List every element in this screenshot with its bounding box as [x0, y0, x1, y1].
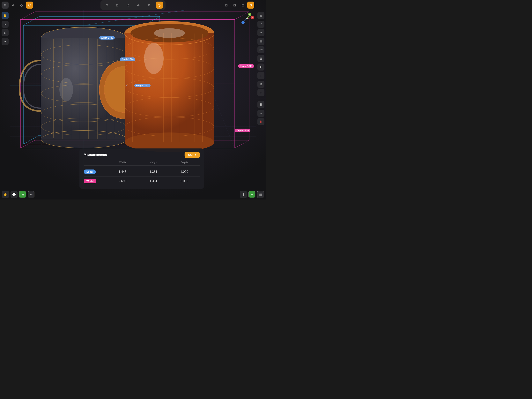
pivot-btn[interactable]: ⊕ [10, 1, 17, 9]
delete-btn[interactable]: 🗑 [257, 118, 265, 125]
svg-text:X: X [252, 17, 253, 19]
toolbar-right: ◻ ◻ ◻ ⚙ [223, 1, 254, 9]
add-green-btn[interactable]: ▤ [19, 191, 26, 198]
svg-text:Y: Y [249, 13, 250, 15]
overlay-btn[interactable]: ◻ [257, 72, 265, 79]
panel-split-btn[interactable]: ▤ [257, 191, 264, 198]
plus-green-btn[interactable]: ＋ [248, 191, 255, 198]
svg-point-76 [126, 85, 127, 86]
grid-layout-btn[interactable]: ⊞ [1, 1, 9, 9]
svg-point-37 [41, 130, 127, 148]
world-badge-cell: World [84, 179, 107, 183]
viewport-shading-btn[interactable]: 👁 [257, 64, 265, 71]
view-solid-btn[interactable]: ◻ [223, 1, 230, 9]
svg-point-86 [246, 18, 248, 19]
number-btn[interactable]: № [257, 46, 265, 53]
height-measure-label-outer: Height 1.381 [238, 64, 254, 68]
object-type-btn[interactable]: ⬡ [26, 1, 33, 9]
share-btn[interactable]: ⬆ [240, 191, 247, 198]
view-wire-btn[interactable]: ◻ [231, 1, 238, 9]
svg-point-74 [144, 43, 164, 74]
add-icon: ▤ [21, 193, 24, 196]
copy-button[interactable]: COPY [185, 152, 200, 158]
depth-measure-label: Depth 1.000 [120, 58, 135, 61]
plus-icon: ＋ [250, 192, 254, 197]
depth-measure-label-2: Depth 2.036 [235, 129, 250, 132]
transform-btn[interactable]: ◇ [18, 1, 25, 9]
bone-tool[interactable]: ✦ [1, 38, 9, 45]
local-badge: Local [84, 169, 96, 174]
bottom-left-tools: ✋ 💬 ▤ ↩ [2, 191, 35, 198]
loop-tool-btn[interactable]: ⊕ [135, 1, 142, 9]
svg-point-75 [154, 28, 185, 38]
svg-text:Z: Z [242, 22, 243, 24]
undo-btn[interactable]: ↩ [28, 191, 35, 198]
select2-btn[interactable]: ⊗ [145, 1, 152, 9]
bottom-right-tools: ⬆ ＋ ▤ [240, 191, 264, 198]
panel-title: Measurements [84, 153, 107, 157]
home-btn[interactable]: ⌂ [257, 12, 265, 19]
left-sidebar: ✋ ✦ ⊕ ✦ [0, 10, 10, 200]
local-depth-value: 1.000 [169, 170, 200, 174]
poly-tool-btn[interactable]: ◁ [124, 1, 131, 9]
local-badge-cell: Local [84, 169, 107, 174]
svg-rect-55 [125, 33, 214, 142]
world-badge: World [84, 179, 96, 183]
speech-btn[interactable]: 💬 [11, 191, 18, 198]
snapping-btn[interactable]: ⊞ [257, 55, 265, 62]
world-height-value: 1.381 [138, 180, 169, 183]
table-row-world: World 2.690 1.381 2.036 [84, 177, 200, 185]
local-height-value: 1.381 [138, 170, 169, 174]
viewport-gizmo[interactable]: Z Y X [239, 11, 255, 26]
measurements-table: Width Height Depth Local 1.445 1.381 1.0… [84, 161, 200, 185]
proportional-btn[interactable]: ⠿ [257, 101, 265, 108]
cursor-tool[interactable]: ⊕ [1, 29, 9, 36]
table-row-local: Local 1.445 1.381 1.000 [84, 167, 200, 176]
toolbar-center: ⊙ ◻ ◁ ⊕ ⊗ ◎ [101, 0, 165, 10]
table-header: Width Height Depth [84, 161, 200, 166]
bottom-toolbar: ✋ 💬 ▤ ↩ ⬆ ＋ ▤ [0, 189, 266, 200]
world-width-value: 2.690 [107, 180, 138, 183]
world-depth-value: 2.036 [169, 180, 200, 183]
panel-header: Measurements COPY [84, 152, 200, 158]
toolbar-left: ⊞ ⊕ ◇ ⬡ [1, 1, 33, 9]
hand-btn-bottom[interactable]: ✋ [2, 191, 9, 198]
measure-tool-btn[interactable]: ◎ [156, 1, 163, 9]
col-empty [84, 161, 107, 164]
measurements-panel: Measurements COPY Width Height Depth Loc… [79, 148, 204, 189]
fullscreen-btn[interactable]: ⤢ [257, 21, 265, 28]
col-height: Height [138, 161, 169, 164]
right-sidebar: ⌂ ⤢ ✏ ▤ № ⊞ 👁 ◻ ⊕ ◻ ⠿ ↔ 🗑 [256, 10, 266, 200]
viewport[interactable]: Width 1.445 Depth 1.000 Height 1.381 Hei… [0, 0, 266, 200]
svg-point-53 [59, 78, 73, 101]
width-measure-label: Width 1.445 [99, 36, 115, 39]
modifiers-btn[interactable]: ▤ [257, 38, 265, 45]
object-mode-btn[interactable]: ◻ [257, 89, 265, 96]
add-btn[interactable]: ⊕ [257, 81, 265, 88]
view-material-btn[interactable]: ⚙ [247, 1, 254, 9]
select-tool-btn[interactable]: ⊙ [103, 1, 110, 9]
grab-tool[interactable]: ✋ [1, 12, 9, 19]
top-toolbar: ⊞ ⊕ ◇ ⬡ ⊙ ◻ ◁ ⊕ ⊗ ◎ ◻ ◻ ◻ ⚙ [0, 0, 266, 10]
height-measure-label-inner: Height 1.381 [134, 84, 151, 87]
local-width-value: 1.445 [107, 170, 138, 174]
col-width: Width [107, 161, 138, 164]
edit-btn[interactable]: ✏ [257, 29, 265, 36]
mirror-btn[interactable]: ↔ [257, 110, 265, 117]
view-render-btn[interactable]: ◻ [239, 1, 246, 9]
annotate-tool[interactable]: ✦ [1, 21, 9, 28]
cursor-tool-btn[interactable]: ◻ [114, 1, 121, 9]
col-depth: Depth [169, 161, 200, 164]
